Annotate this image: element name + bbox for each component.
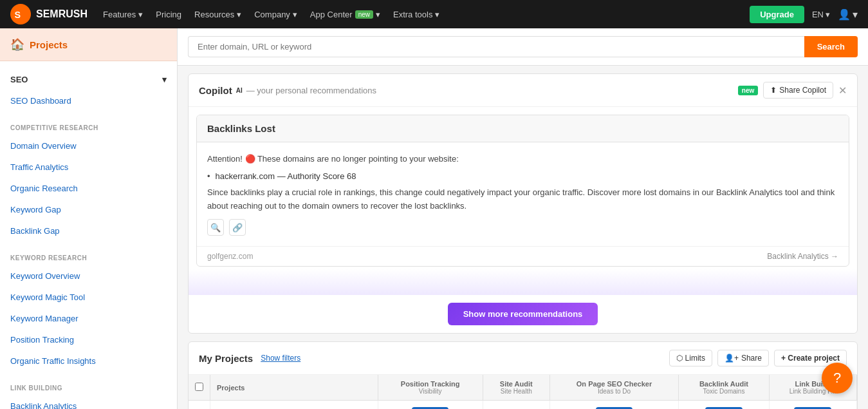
share-project-button[interactable]: 👤+ Share	[717, 350, 769, 366]
row-site-audit: ⚠ 84%	[483, 401, 549, 409]
share-project-icon: 👤+	[725, 354, 739, 363]
sidebar-item-position-tracking[interactable]: Position Tracking	[0, 329, 177, 350]
sidebar-item-keyword-magic-tool[interactable]: Keyword Magic Tool	[0, 287, 177, 308]
sidebar-item-organic-research[interactable]: Organic Research	[0, 178, 177, 199]
recommendation-card: Backlinks Lost Attention! 🔴 These domain…	[196, 115, 849, 267]
rec-bullet-text: hackerrank.com — Authority Score 68	[216, 171, 356, 181]
th-projects: Projects	[210, 375, 378, 401]
sidebar-seo-label: SEO	[10, 75, 28, 84]
rec-domain: golfgenz.com	[207, 252, 253, 261]
sidebar: 🏠 Projects SEO ▾ SEO Dashboard COMPETITI…	[0, 28, 178, 409]
rec-body-text: Since backlinks play a crucial role in r…	[207, 186, 838, 213]
show-more-recommendations-button[interactable]: Show more recommendations	[448, 303, 598, 325]
nav-features[interactable]: Features ▾	[103, 10, 143, 19]
share-copilot-button[interactable]: ⬆ Share Copilot	[763, 82, 833, 99]
sidebar-seo-category[interactable]: SEO ▾	[0, 69, 177, 90]
language-selector[interactable]: EN ▾	[812, 10, 830, 19]
select-all-checkbox[interactable]	[195, 383, 203, 391]
rec-actions: 🔍 🔗	[207, 219, 838, 236]
th-on-page-seo: On Page SEO Checker Ideas to Do	[549, 375, 678, 401]
rec-bullet-item: • hackerrank.com — Authority Score 68	[207, 171, 838, 181]
limits-icon: ⬡	[676, 354, 683, 363]
home-icon: 🏠	[10, 37, 24, 52]
sidebar-seo-section: SEO ▾ SEO Dashboard	[0, 61, 177, 114]
th-position-tracking: Position Tracking Visibility	[378, 375, 483, 401]
app-center-badge: new	[355, 10, 373, 19]
copilot-subtitle: — your personal recommendations	[246, 86, 376, 95]
sidebar-item-seo-dashboard[interactable]: SEO Dashboard	[0, 90, 177, 111]
nav-extra-tools[interactable]: Extra tools ▾	[393, 10, 439, 19]
copilot-card: CopilotAI — your personal recommendation…	[188, 73, 858, 334]
projects-table: Projects Position Tracking Visibility Si…	[189, 375, 857, 409]
sidebar-link-building-label: LINK BUILDING	[0, 382, 177, 395]
row-on-page-seo: Set up	[549, 401, 678, 409]
th-backlink-audit: Backlink Audit Toxic Domains	[679, 375, 769, 401]
copilot-header-right: new ⬆ Share Copilot ✕	[738, 82, 847, 99]
sidebar-projects-title: Projects	[30, 39, 68, 50]
sidebar-item-keyword-manager[interactable]: Keyword Manager	[0, 308, 177, 329]
help-bubble[interactable]: ?	[822, 363, 853, 394]
rec-card-footer: golfgenz.com Backlink Analytics →	[197, 246, 849, 266]
nav-resources[interactable]: Resources ▾	[194, 10, 241, 19]
limits-button[interactable]: ⬡ Limits	[669, 350, 712, 366]
rec-card-header: Backlinks Lost	[197, 115, 849, 142]
logo[interactable]: S SEMRUSH	[10, 4, 88, 24]
row-position-tracking: Set up	[378, 401, 483, 409]
nav-pricing[interactable]: Pricing	[156, 10, 181, 19]
copilot-ai-superscript: AI	[236, 87, 243, 94]
nav-app-center[interactable]: App Center new ▾	[310, 10, 380, 19]
sidebar-item-backlink-analytics[interactable]: Backlink Analytics	[0, 395, 177, 409]
nav-links: Features ▾ Pricing Resources ▾ Company ▾…	[103, 10, 734, 19]
search-input[interactable]	[188, 36, 804, 57]
chevron-down-icon: ▾	[162, 75, 167, 84]
sidebar-item-organic-traffic-insights[interactable]: Organic Traffic Insights	[0, 350, 177, 372]
main-layout: 🏠 Projects SEO ▾ SEO Dashboard COMPETITI…	[0, 0, 868, 409]
svg-text:S: S	[14, 10, 21, 20]
rec-link-icon-btn[interactable]: 🔗	[229, 219, 246, 236]
sidebar-competitive-label: COMPETITIVE RESEARCH	[0, 122, 177, 135]
rec-attention-text: Attention! 🔴 These domains are no longer…	[207, 153, 838, 166]
row-domain: golfgenz.com ☆	[210, 401, 378, 409]
copilot-title: CopilotAI — your personal recommendation…	[199, 85, 376, 96]
my-projects-section: My Projects Show filters ⬡ Limits 👤+ Sha…	[188, 341, 858, 409]
row-checkbox	[189, 401, 210, 409]
nav-right: Upgrade EN ▾ 👤 ▾	[750, 6, 858, 23]
gradient-overlay	[189, 269, 857, 295]
sidebar-item-backlink-gap[interactable]: Backlink Gap	[0, 220, 177, 242]
nav-company[interactable]: Company ▾	[254, 10, 297, 19]
rec-backlink-analytics-link[interactable]: Backlink Analytics →	[767, 252, 838, 261]
top-navigation: S SEMRUSH Features ▾ Pricing Resources ▾…	[0, 0, 868, 28]
projects-header: My Projects Show filters ⬡ Limits 👤+ Sha…	[189, 342, 857, 375]
search-button[interactable]: Search	[804, 36, 858, 57]
sidebar-item-domain-overview[interactable]: Domain Overview	[0, 135, 177, 157]
sidebar-competitive-section: COMPETITIVE RESEARCH Domain Overview Tra…	[0, 114, 177, 244]
row-link-building: Set up	[769, 401, 856, 409]
upgrade-button[interactable]: Upgrade	[750, 6, 804, 23]
th-checkbox	[189, 375, 210, 401]
sidebar-keyword-label: KEYWORD RESEARCH	[0, 252, 177, 265]
row-backlink-audit: Set up	[679, 401, 769, 409]
show-filters-button[interactable]: Show filters	[261, 354, 300, 363]
th-site-audit: Site Audit Site Health	[483, 375, 549, 401]
share-icon: ⬆	[770, 86, 777, 95]
search-bar: Search	[178, 28, 868, 66]
copilot-new-badge: new	[738, 86, 758, 95]
rec-search-icon-btn[interactable]: 🔍	[207, 219, 224, 236]
projects-title: My Projects Show filters	[199, 353, 300, 364]
sidebar-item-keyword-gap[interactable]: Keyword Gap	[0, 199, 177, 220]
copilot-header: CopilotAI — your personal recommendation…	[189, 74, 857, 107]
user-menu[interactable]: 👤 ▾	[838, 8, 858, 21]
main-content: Search CopilotAI — your personal recomme…	[178, 28, 868, 409]
bullet-icon: •	[207, 171, 210, 181]
sidebar-link-building-section: LINK BUILDING Backlink Analytics	[0, 374, 177, 409]
close-copilot-button[interactable]: ✕	[838, 84, 847, 97]
table-row: golfgenz.com ☆ Set up ⚠ 84% Set up	[189, 401, 857, 409]
rec-card-title: Backlinks Lost	[207, 123, 838, 134]
sidebar-keyword-section: KEYWORD RESEARCH Keyword Overview Keywor…	[0, 244, 177, 374]
projects-actions: ⬡ Limits 👤+ Share + Create project	[669, 350, 847, 366]
sidebar-projects-header[interactable]: 🏠 Projects	[0, 28, 177, 61]
rec-card-body: Attention! 🔴 These domains are no longer…	[197, 142, 849, 246]
sidebar-item-traffic-analytics[interactable]: Traffic Analytics	[0, 157, 177, 178]
sidebar-item-keyword-overview[interactable]: Keyword Overview	[0, 265, 177, 287]
